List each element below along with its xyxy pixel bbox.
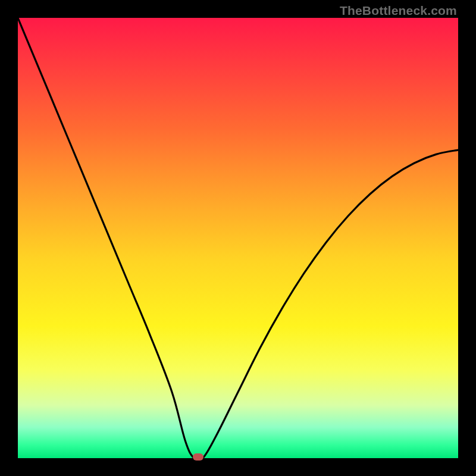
min-marker: [193, 453, 203, 461]
chart-frame: TheBottleneck.com: [0, 0, 476, 476]
watermark-text: TheBottleneck.com: [340, 4, 457, 18]
curve-svg: [18, 18, 458, 458]
plot-area: [18, 18, 458, 458]
bottleneck-curve: [18, 18, 458, 458]
